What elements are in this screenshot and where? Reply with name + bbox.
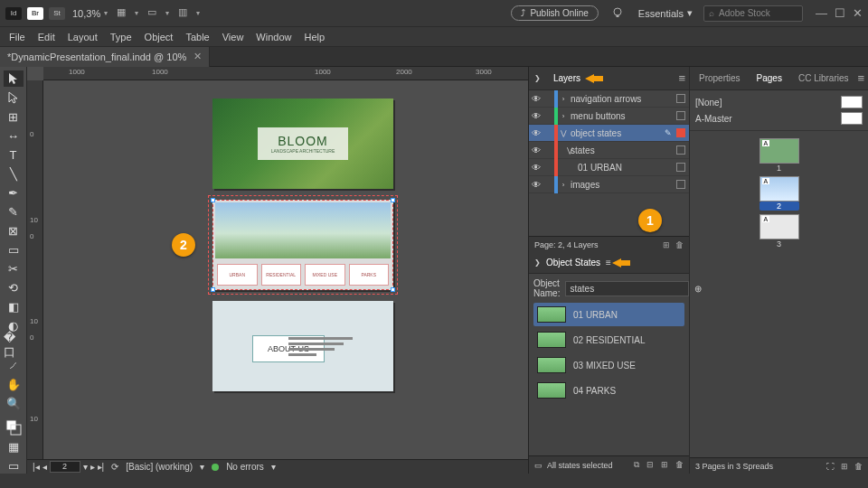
master-row[interactable]: A-Master [695,110,863,127]
state-item[interactable]: 03 MIXED USE [533,353,684,377]
fill-stroke-swatch[interactable] [4,419,24,436]
screen-mode-icon[interactable]: ▭ [147,6,162,21]
visibility-icon[interactable]: 👁 [529,111,543,121]
chevron-down-icon[interactable]: ▾ [271,462,276,472]
chevron-down-icon[interactable]: ▾ [83,462,88,472]
eyedropper-tool[interactable]: ⟋ [4,357,24,373]
menu-window[interactable]: Window [256,32,291,42]
minimize-icon[interactable]: — [816,6,827,20]
page-thumbnail[interactable]: A [760,214,799,239]
selection-square-icon[interactable] [676,94,685,103]
preflight-errors[interactable]: No errors [226,462,264,472]
selection-handle[interactable] [391,198,395,202]
visibility-icon[interactable]: 👁 [529,94,543,104]
tab-object-states[interactable]: Object States [546,258,600,267]
workspace-switcher[interactable]: Essentials ▾ [638,7,693,19]
gradient-swatch-tool[interactable]: ◧ [4,298,24,314]
chevron-down-icon[interactable]: ▾ [104,9,108,17]
canvas[interactable]: 10001000100020003000 010010010 BLOOM LAN… [27,67,529,474]
menu-file[interactable]: File [9,32,25,42]
open-file-icon[interactable]: ⟳ [111,462,118,472]
gap-tool[interactable]: ↔ [4,127,24,144]
zoom-tool[interactable]: 🔍 [4,395,24,411]
trash-icon[interactable]: 🗑 [675,460,684,470]
master-row[interactable]: [None] [695,94,863,110]
rectangle-tool[interactable]: ▭ [4,241,24,258]
arrange-icon[interactable]: ▥ [178,6,193,21]
preflight-profile[interactable]: [Basic] (working) [126,462,193,472]
layer-row[interactable]: 👁›menu buttons [529,108,689,125]
last-page-icon[interactable]: ▸| [98,462,105,472]
direct-selection-tool[interactable] [4,89,24,106]
page-1[interactable]: BLOOM LANDSCAPE ARCHITECTURE [212,99,393,189]
rectangle-frame-tool[interactable]: ⊠ [4,222,24,239]
trash-icon[interactable]: 🗑 [854,462,863,471]
trash-icon[interactable]: 🗑 [675,240,684,249]
chevron-down-icon[interactable]: ▾ [135,9,138,17]
menu-view[interactable]: View [222,32,244,42]
chevron-down-icon[interactable]: ❯ [534,74,541,82]
menu-type[interactable]: Type [110,32,132,42]
layer-row[interactable]: 👁›images [529,176,689,193]
chevron-down-icon[interactable]: ▾ [165,9,169,17]
layer-row[interactable]: 👁⋁states [529,142,689,159]
bridge-chip[interactable]: Br [27,7,43,20]
state-item[interactable]: 04 PARKS [533,379,684,402]
convert-icon[interactable]: ⊟ [646,460,654,470]
page-2-selected[interactable]: URBANRESIDENTIALMIXED USEPARKS [212,200,393,290]
selection-square-icon[interactable] [676,111,685,120]
next-page-icon[interactable]: ▸ [90,462,95,472]
selection-tool[interactable] [4,70,24,87]
stock-chip[interactable]: St [49,7,65,20]
page-tool[interactable]: ⊞ [4,108,24,125]
search-input[interactable]: ⌕ Adobe Stock [703,5,803,22]
pencil-tool[interactable]: ✎ [4,203,24,220]
page-thumbnail[interactable]: A [760,176,799,202]
layer-row[interactable]: 👁01 URBAN [529,159,689,176]
first-page-icon[interactable]: |◂ [33,462,40,472]
tab-layers[interactable]: Layers [550,70,584,87]
panel-menu-icon[interactable]: ≡ [857,71,864,85]
color-theme-tool[interactable]: ▦ [4,438,24,455]
tab-pages[interactable]: Pages [753,70,786,87]
visibility-icon[interactable]: 👁 [529,163,543,173]
scissors-tool[interactable]: ✂ [4,260,24,277]
view-grid-icon[interactable]: ▦ [117,6,131,21]
panel-menu-icon[interactable]: ≡ [606,258,611,267]
tab-properties[interactable]: Properties [695,70,744,87]
selection-handle[interactable] [211,287,215,292]
close-icon[interactable]: ✕ [193,51,202,62]
chevron-down-icon[interactable]: ▾ [200,462,204,472]
publish-online-button[interactable]: ⤴ Publish Online [511,5,598,21]
menu-object[interactable]: Object [145,32,174,42]
state-item[interactable]: 02 RESIDENTIAL [533,328,684,352]
menu-table[interactable]: Table [185,32,209,42]
new-layer-icon[interactable]: ⊞ [663,240,670,249]
selection-square-icon[interactable] [676,163,685,172]
state-item[interactable]: 01 URBAN [533,303,684,326]
menu-help[interactable]: Help [304,32,325,42]
zoom-level[interactable]: 10,3% [72,8,100,19]
layer-row[interactable]: 👁›navigation arrows [529,90,689,108]
note-tool[interactable]: �口 [4,336,24,354]
document-tab[interactable]: *DynamicPresentation_final.indd @ 10% ✕ [0,47,210,67]
preview-spread-icon[interactable]: ▭ [534,461,542,470]
type-tool[interactable]: T [4,146,24,163]
hand-tool[interactable]: ✋ [4,376,24,392]
menu-layout[interactable]: Layout [68,32,98,42]
chevron-down-icon[interactable]: ▾ [196,9,200,17]
selection-handle[interactable] [391,287,395,292]
screen-mode-tool[interactable]: ▭ [4,457,24,474]
visibility-icon[interactable]: 👁 [529,180,543,190]
close-icon[interactable]: ✕ [853,6,863,20]
selection-square-icon[interactable] [676,180,685,189]
menu-edit[interactable]: Edit [38,32,55,42]
selection-square-icon[interactable] [676,128,685,137]
maximize-icon[interactable]: ☐ [835,6,845,20]
prev-page-icon[interactable]: ◂ [42,462,47,472]
visibility-icon[interactable]: 👁 [529,128,543,138]
panel-menu-icon[interactable]: ≡ [678,71,685,85]
page-3[interactable]: ABOUT US [212,301,393,391]
page-number-input[interactable]: 2 [50,461,80,473]
object-name-input[interactable] [565,281,689,296]
